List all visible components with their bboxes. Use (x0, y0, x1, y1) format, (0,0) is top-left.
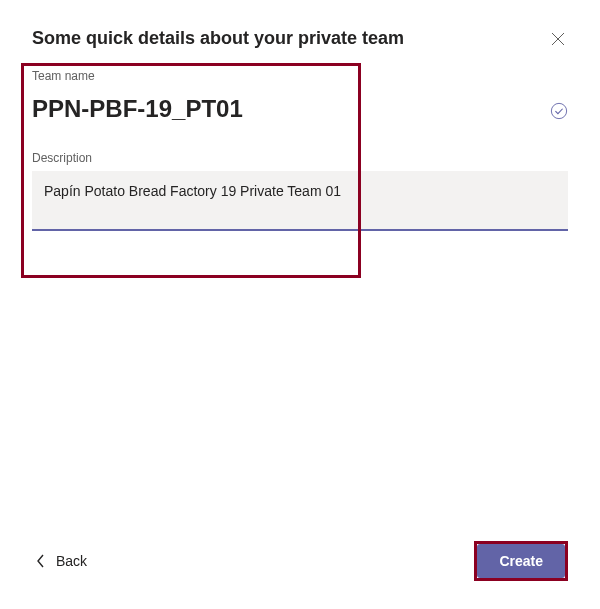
back-button-label: Back (56, 553, 87, 569)
create-button[interactable]: Create (477, 544, 565, 578)
close-icon (551, 32, 565, 46)
dialog-header: Some quick details about your private te… (32, 28, 568, 49)
team-name-row (32, 89, 568, 133)
back-button[interactable]: Back (32, 547, 91, 575)
close-button[interactable] (548, 29, 568, 49)
dialog-title: Some quick details about your private te… (32, 28, 404, 49)
form-area: Team name Description (32, 69, 568, 235)
team-name-input[interactable] (32, 89, 538, 133)
dialog-footer: Back Create (32, 541, 568, 581)
create-team-dialog: Some quick details about your private te… (0, 0, 600, 609)
create-button-wrapper: Create (474, 541, 568, 581)
team-name-label: Team name (32, 69, 568, 83)
checkmark-circle-icon (550, 102, 568, 120)
chevron-left-icon (36, 554, 46, 568)
svg-point-2 (551, 103, 566, 118)
description-input[interactable] (32, 171, 568, 231)
description-label: Description (32, 151, 568, 165)
